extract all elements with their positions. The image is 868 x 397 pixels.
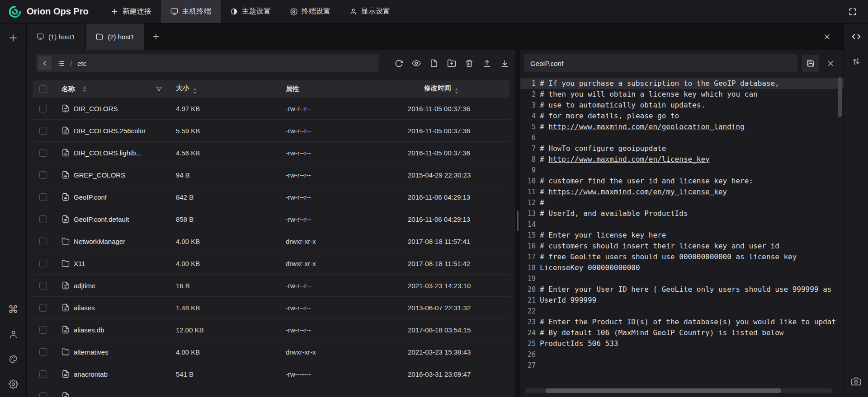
code-line[interactable]: 6 [520,132,844,143]
code-line[interactable]: 21 UserId 999999 [520,295,844,306]
table-row[interactable]: adjtime 16 B -rw-r--r-- 2021-03-23 14:23… [33,275,509,297]
hscroll-thumb[interactable] [546,388,781,393]
row-checkbox[interactable] [39,326,47,334]
palette-icon[interactable] [5,351,21,367]
code-line[interactable]: 22 [520,306,844,317]
nav-terminal-settings[interactable]: 终端设置 [280,0,340,23]
row-checkbox[interactable] [39,282,47,290]
code-line[interactable]: 15 # Enter your license key here [520,230,844,241]
code-line[interactable]: 18 LicenseKey 000000000000 [520,262,844,273]
swap-vertical-icon[interactable] [849,54,864,69]
trash-icon[interactable] [464,58,474,68]
new-tab-icon[interactable] [145,23,167,50]
file-name[interactable]: DIR_COLORS [74,105,118,112]
sort-modified[interactable] [455,88,458,94]
table-row[interactable]: aliases.db 12.00 KB -rw-r--r-- 2017-08-1… [33,319,509,341]
code-line[interactable]: 23 # Enter the Product ID(s) of the data… [520,317,844,327]
row-checkbox[interactable] [39,304,47,312]
editor-close-icon[interactable] [824,55,837,72]
table-row[interactable]: GeoIP.conf 842 B -rw-r--r-- 2016-11-06 0… [33,186,509,208]
nav-host-terminal[interactable]: 主机终端 [161,0,221,23]
code-line[interactable]: 27 [520,360,844,371]
new-folder-icon[interactable] [447,58,457,68]
splitter-grip[interactable] [517,210,519,231]
code-line[interactable]: 3 # use to automatically obtain updates. [520,100,844,111]
code-line[interactable]: 2 # then you will obtain a license key w… [520,89,844,100]
code-line[interactable]: 9 [520,165,844,176]
table-row[interactable]: GREP_COLORS 94 B -rw-r--r-- 2015-04-29 2… [33,164,509,186]
tab-host1-terminal[interactable]: (1) host1 [27,23,85,50]
code-line[interactable]: 10 # customer find the user_id and licen… [520,176,844,187]
row-checkbox[interactable] [39,149,47,157]
download-icon[interactable] [500,58,509,68]
code-line[interactable]: 7 # HowTo configure geoipupdate [520,143,844,154]
code-line[interactable]: 5 # http://www.maxmind.com/en/geolocatio… [520,121,844,132]
table-row[interactable]: alternatives 4.00 KB drwxr-xr-x 2021-03-… [33,341,509,363]
row-checkbox[interactable] [39,127,47,135]
row-checkbox[interactable] [39,370,47,378]
row-checkbox[interactable] [39,392,47,397]
camera-icon[interactable] [849,374,864,389]
list-icon[interactable] [57,60,65,67]
command-icon[interactable]: ⌘ [5,302,21,317]
table-row[interactable]: DIR_COLORS.256color 5.59 KB -rw-r--r-- 2… [33,120,509,142]
code-line[interactable]: 24 # By default 106 (MaxMind GeoIP Count… [520,327,844,338]
vscroll-thumb[interactable] [838,77,842,117]
row-checkbox[interactable] [39,105,47,112]
code-line[interactable]: 25 ProductIds 506 533 [520,338,844,349]
save-icon[interactable] [802,55,819,72]
filter-icon[interactable] [156,86,162,93]
code-line[interactable]: 8 # http://www.maxmind.com/en/license_ke… [520,154,844,165]
table-row[interactable]: aliases 1.48 KB -rw-r--r-- 2013-06-07 22… [33,297,509,319]
back-icon[interactable] [38,56,52,70]
nav-new-connection[interactable]: 新建连接 [101,0,161,23]
upload-icon[interactable] [482,58,492,68]
nav-display-settings[interactable]: 显示设置 [340,0,400,23]
editor-body[interactable]: 1 # If you purchase a subscription to th… [520,78,844,397]
code-line[interactable]: 1 # If you purchase a subscription to th… [520,78,844,89]
table-row[interactable]: DIR_COLORS.lightb... 4.56 KB -rw-r--r-- … [33,142,509,164]
file-name[interactable]: alternatives [74,348,108,356]
table-row[interactable]: GeoIP.conf.default 858 B -rw-r--r-- 2016… [33,208,509,230]
fullscreen-icon[interactable] [845,4,860,19]
row-checkbox[interactable] [39,260,47,267]
tab-host1-sftp[interactable]: (2) host1 [86,23,144,50]
new-file-icon[interactable] [429,58,439,68]
code-line[interactable]: 26 [520,349,844,360]
file-name[interactable]: anacrontab [74,370,108,378]
code-line[interactable]: 16 # customers should insert their licen… [520,241,844,252]
file-name[interactable]: adjtime [74,282,95,290]
table-row[interactable]: NetworkManager 4.00 KB drwxr-xr-x 2017-0… [33,230,509,252]
file-name[interactable]: GREP_COLORS [74,171,125,179]
file-name[interactable]: GeoIP.conf.default [74,215,129,223]
code-icon[interactable] [849,29,864,44]
code-line[interactable]: 12 # [520,197,844,208]
editor-hscrollbar[interactable] [525,388,832,393]
table-row[interactable]: anacrontab 541 B -rw------- 2016-03-31 2… [33,363,509,385]
file-name[interactable]: NetworkManager [74,238,125,245]
file-name[interactable]: DIR_COLORS.256color [74,127,146,135]
select-all-checkbox[interactable] [39,85,47,93]
code-line[interactable]: 17 # free GeoLite users should use 00000… [520,252,844,262]
code-line[interactable]: 20 # Enter your User ID here ( GeoLite o… [520,284,844,295]
row-checkbox[interactable] [39,238,47,245]
row-checkbox[interactable] [39,171,47,179]
url-link[interactable]: https://www.maxmind.com/en/my_license_ke… [548,187,727,196]
file-name[interactable]: DIR_COLORS.lightb... [74,149,142,157]
editor-vscrollbar[interactable] [838,77,842,383]
sort-name[interactable] [83,86,86,92]
code-line[interactable]: 14 [520,219,844,230]
code-line[interactable]: 11 # https://www.maxmind.com/en/my_licen… [520,187,844,197]
table-row[interactable] [33,385,509,397]
code-line[interactable]: 19 [520,273,844,284]
users-icon[interactable] [5,327,21,342]
file-name[interactable]: aliases.db [74,326,104,334]
row-checkbox[interactable] [39,348,47,356]
code-line[interactable]: 4 # for more details, please go to [520,111,844,121]
row-checkbox[interactable] [39,215,47,223]
code-line[interactable]: 13 # UserId, and available ProductIds [520,208,844,219]
panel-splitter[interactable] [515,50,520,397]
sort-size[interactable] [193,88,197,94]
nav-theme-settings[interactable]: 主题设置 [221,0,280,23]
close-icon[interactable] [820,30,834,43]
